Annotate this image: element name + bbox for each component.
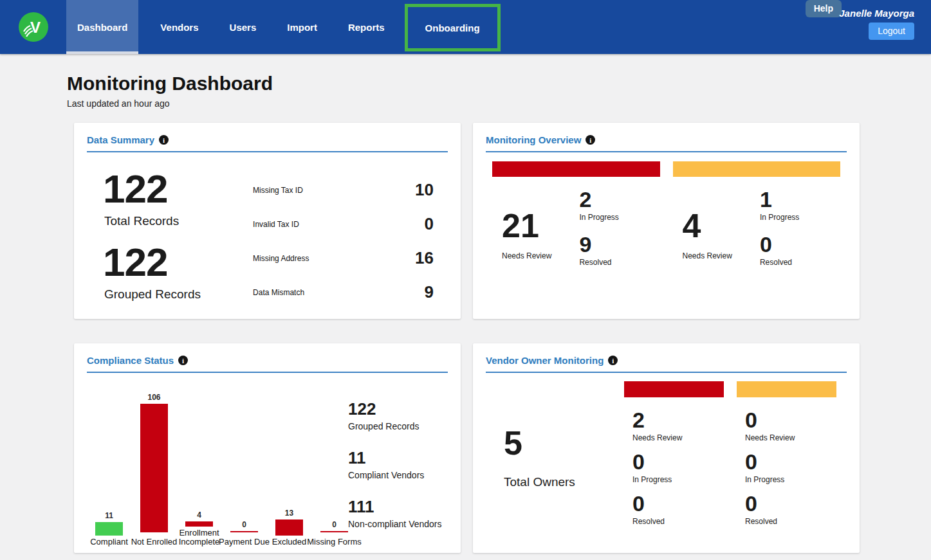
info-icon[interactable]: i: [178, 356, 188, 365]
needs-review-value: 21: [502, 209, 579, 242]
compliance-status-header: Compliance Status i: [87, 355, 448, 373]
bar: [320, 531, 348, 532]
bar-value-label: 0: [242, 520, 246, 529]
monitoring-overview-card: Monitoring Overview i 21 Needs Review 2: [473, 123, 860, 319]
bar: [140, 404, 168, 532]
bar-compliant: 11 Compliant: [95, 395, 123, 547]
stat-label: Needs Review: [632, 433, 724, 442]
stat-value: 11: [348, 449, 440, 466]
metric-row-invalid-tax-id: Invalid Tax ID 0: [253, 207, 434, 241]
stat-label: Compliant Vendors: [348, 470, 440, 480]
metric-row-missing-tax-id: Missing Tax ID 10: [253, 173, 434, 207]
info-icon[interactable]: i: [159, 135, 169, 145]
in-progress-label: In Progress: [579, 213, 659, 222]
metric-label: Missing Address: [253, 254, 309, 263]
stat-value: 0: [745, 451, 836, 473]
amber-status-bar: [737, 381, 836, 397]
nav-tab-import[interactable]: Import: [276, 0, 328, 54]
grouped-records-value: 122: [103, 242, 253, 282]
total-records-value: 122: [103, 169, 253, 209]
resolved-stat: 0 Resolved: [632, 492, 724, 526]
vendor-owner-monitoring-title: Vendor Owner Monitoring: [486, 355, 604, 366]
bar-value-label: 0: [332, 520, 336, 529]
total-owners-value: 5: [504, 426, 624, 460]
monitoring-overview-title: Monitoring Overview: [486, 134, 581, 145]
vendor-owner-monitoring-header: Vendor Owner Monitoring i: [486, 355, 847, 373]
in-progress-value: 2: [579, 188, 659, 210]
stat-value: 0: [745, 409, 836, 431]
bar: [95, 522, 123, 536]
owner-group-amber: 0 Needs Review 0 In Progress 0 Resolved: [737, 381, 836, 534]
needs-review-stat: 0 Needs Review: [745, 409, 836, 442]
dashboard-cards: Data Summary i 122 Total Records 122 Gro…: [74, 123, 931, 553]
help-button[interactable]: Help: [806, 0, 842, 17]
resolved-stat: 0 Resolved: [745, 492, 836, 526]
stat-label: Grouped Records: [348, 421, 440, 431]
bar-missing-forms: 0 Missing Forms: [320, 392, 348, 547]
metric-value: 0: [425, 214, 434, 234]
app-logo[interactable]: V: [0, 0, 66, 54]
metric-label: Missing Tax ID: [253, 186, 303, 195]
stat-value: 2: [632, 409, 724, 431]
resolved-label: Resolved: [760, 258, 840, 267]
in-progress-stat: 0 In Progress: [745, 451, 836, 484]
monitoring-overview-header: Monitoring Overview i: [486, 134, 847, 152]
monitoring-overview-bars: [492, 161, 840, 177]
metric-label: Invalid Tax ID: [253, 220, 299, 229]
data-summary-metrics: Missing Tax ID 10 Invalid Tax ID 0 Missi…: [253, 169, 448, 316]
in-progress-stat: 0 In Progress: [632, 451, 724, 484]
bar: [185, 521, 213, 527]
grouped-records-stat: 122 Grouped Records: [348, 401, 440, 431]
stat-label: Resolved: [632, 517, 724, 526]
red-status-bar: [492, 161, 660, 177]
stat-label: Non-compliant Vendors: [348, 519, 440, 529]
stat-label: Needs Review: [745, 433, 836, 442]
main-nav-tabs: Dashboard Vendors Users Import Reports O…: [66, 0, 510, 54]
stat-value: 0: [632, 451, 724, 473]
owner-group-red: 2 Needs Review 0 In Progress 0 Resolved: [624, 381, 724, 534]
needs-review-stat: 2 Needs Review: [632, 409, 724, 442]
resolved-label: Resolved: [579, 258, 659, 267]
resolved-value: 9: [579, 233, 659, 255]
logout-button[interactable]: Logout: [869, 23, 914, 40]
bar-excluded: 13 Excluded: [275, 395, 303, 547]
bar-not-enrolled: 106 Not Enrolled: [140, 392, 168, 547]
nav-tab-onboarding[interactable]: Onboarding: [405, 4, 501, 51]
stat-value: 111: [348, 498, 440, 515]
stat-value: 0: [745, 492, 836, 514]
page-title: Monitoring Dashboard: [67, 73, 931, 95]
data-summary-header: Data Summary i: [87, 134, 448, 152]
total-records-label: Total Records: [104, 214, 253, 228]
total-owners-label: Total Owners: [504, 475, 624, 489]
nav-tab-dashboard[interactable]: Dashboard: [66, 0, 138, 54]
bar: [275, 519, 303, 536]
nav-right-area: Help Janelle Mayorga Logout: [783, 0, 931, 54]
grouped-records-label: Grouped Records: [104, 287, 253, 302]
data-summary-totals: 122 Total Records 122 Grouped Records: [87, 169, 253, 316]
info-icon[interactable]: i: [608, 356, 618, 365]
compliance-status-title: Compliance Status: [87, 355, 174, 366]
main-content: Monitoring Dashboard Last updated an hou…: [0, 73, 931, 553]
in-progress-stat: 1 In Progress: [760, 188, 840, 222]
compliance-bar-chart: 11 Compliant 106 Not Enrolled 4 Enrollme…: [87, 377, 348, 547]
monitoring-group-red: 21 Needs Review 2 In Progress 9 Resolved: [492, 186, 660, 278]
compliance-stats: 122 Grouped Records 11 Compliant Vendors…: [348, 377, 454, 547]
stat-value: 0: [632, 492, 724, 514]
metric-value: 16: [415, 248, 434, 268]
total-owners-stat: 5 Total Owners: [486, 381, 624, 534]
info-icon[interactable]: i: [585, 135, 595, 145]
red-status-bar: [624, 381, 724, 397]
metric-row-data-mismatch: Data Mismatch 9: [253, 275, 434, 309]
metric-value: 9: [425, 282, 434, 302]
vendor-owner-monitoring-card: Vendor Owner Monitoring i 5 Total Owners…: [473, 343, 860, 553]
nav-tab-vendors[interactable]: Vendors: [149, 0, 209, 54]
metric-row-missing-address: Missing Address 16: [253, 241, 434, 275]
non-compliant-vendors-stat: 111 Non-compliant Vendors: [348, 498, 440, 529]
nav-tab-reports[interactable]: Reports: [337, 0, 396, 54]
bar-value-label: 13: [285, 509, 293, 518]
top-nav: V Dashboard Vendors Users Import Reports…: [0, 0, 931, 54]
needs-review-label: Needs Review: [683, 251, 760, 260]
nav-tab-users[interactable]: Users: [219, 0, 268, 54]
in-progress-stat: 2 In Progress: [579, 188, 659, 222]
resolved-value: 0: [760, 233, 840, 255]
